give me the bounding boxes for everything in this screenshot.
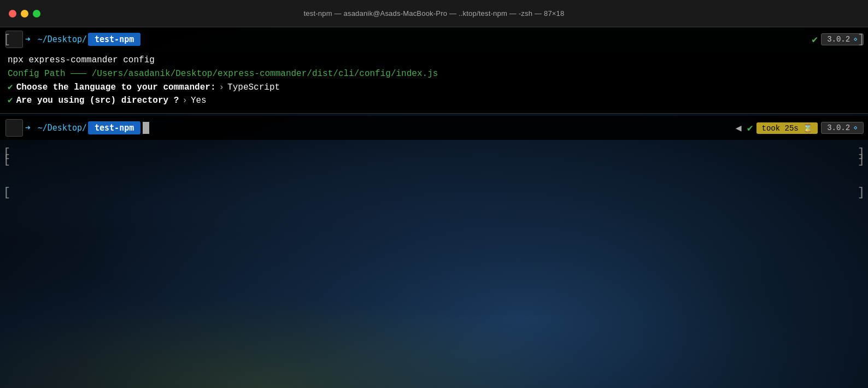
minimize-button[interactable] [21, 10, 28, 17]
bracket2-bottom-right: ] [858, 186, 865, 199]
src-answer: Yes [191, 94, 207, 108]
config-path-line: Config Path ――― /Users/asadanik/Desktop/… [8, 67, 860, 81]
bracket2-top-right: ] [858, 153, 865, 167]
terminal-divider [0, 113, 868, 114]
terminal-pane: ➜ ~/Desktop/ test-npm ✔ 3.0.2 ⋄ npx expr… [0, 27, 868, 140]
path-tilde: ~/Desktop/ [33, 34, 87, 44]
prompt-bar-right: ✔ 3.0.2 ⋄ [812, 33, 864, 45]
bracket2-bottom-left: [ [3, 186, 10, 199]
bracket2-top-left: [ [3, 153, 10, 167]
check-mark-1: ✔ [8, 81, 13, 95]
version-badge-bottom: 3.0.2 ⋄ [821, 122, 864, 134]
src-prompt: Are you using (src) directory ? [16, 94, 179, 108]
language-line: ✔ Choose the language to your commander:… [8, 81, 860, 95]
terminal-output: npx express-commander config Config Path… [0, 51, 868, 113]
src-arrow: › [182, 94, 187, 108]
version-text-top: 3.0.2 [827, 35, 850, 44]
command-text: npx express-commander config [8, 55, 155, 65]
cursor [143, 122, 149, 134]
prompt-bar-top: ➜ ~/Desktop/ test-npm ✔ 3.0.2 ⋄ [0, 27, 868, 51]
path-badge: test-npm [88, 33, 140, 46]
window-titlebar: test-npm — asadanik@Asads-MacBook-Pro — … [0, 0, 868, 27]
language-prompt: Choose the language to your commander: [16, 81, 216, 95]
close-button[interactable] [9, 10, 16, 17]
apple-icon-bottom [5, 119, 23, 137]
diamond-icon-bottom: ⋄ [853, 124, 858, 132]
maximize-button[interactable] [33, 10, 40, 17]
version-text-bottom: 3.0.2 [827, 124, 850, 132]
language-answer: TypeScript [227, 81, 280, 95]
path-badge-bottom: test-npm [88, 121, 140, 134]
traffic-lights [9, 10, 40, 17]
prompt-bar-bottom-right: ◀ ✔ took 25s ⌛ 3.0.2 ⋄ [736, 122, 864, 134]
terminal-bottom-section: ➜ ~/Desktop/ test-npm ◀ ✔ took 25s ⌛ 3.0… [0, 116, 868, 140]
language-arrow: › [219, 81, 225, 95]
took-badge: took 25s ⌛ [756, 122, 818, 134]
repo-name: test-npm [95, 34, 134, 44]
check-icon-top: ✔ [812, 33, 818, 45]
check-icon-bottom: ✔ [747, 122, 753, 134]
arrow-right-icon: ➜ [25, 34, 31, 45]
bracket-top-left: [ [3, 33, 10, 46]
path-tilde-bottom: ~/Desktop/ [33, 123, 87, 133]
window-title: test-npm — asadanik@Asads-MacBook-Pro — … [304, 9, 565, 17]
left-arrow-icon: ◀ [736, 122, 742, 134]
config-path-text: Config Path ――― /Users/asadanik/Desktop/… [8, 69, 438, 79]
bracket-top-right: ] [858, 33, 865, 46]
command-line: npx express-commander config [8, 54, 860, 67]
prompt-bar-bottom: ➜ ~/Desktop/ test-npm ◀ ✔ took 25s ⌛ 3.0… [0, 116, 868, 140]
terminal-top-section: ➜ ~/Desktop/ test-npm ✔ 3.0.2 ⋄ npx expr… [0, 27, 868, 113]
repo-name-bottom: test-npm [95, 123, 134, 133]
check-mark-2: ✔ [8, 94, 13, 108]
arrow-right-icon-bottom: ➜ [25, 122, 31, 133]
took-text: took 25s ⌛ [762, 124, 813, 133]
src-directory-line: ✔ Are you using (src) directory ? › Yes [8, 94, 860, 108]
